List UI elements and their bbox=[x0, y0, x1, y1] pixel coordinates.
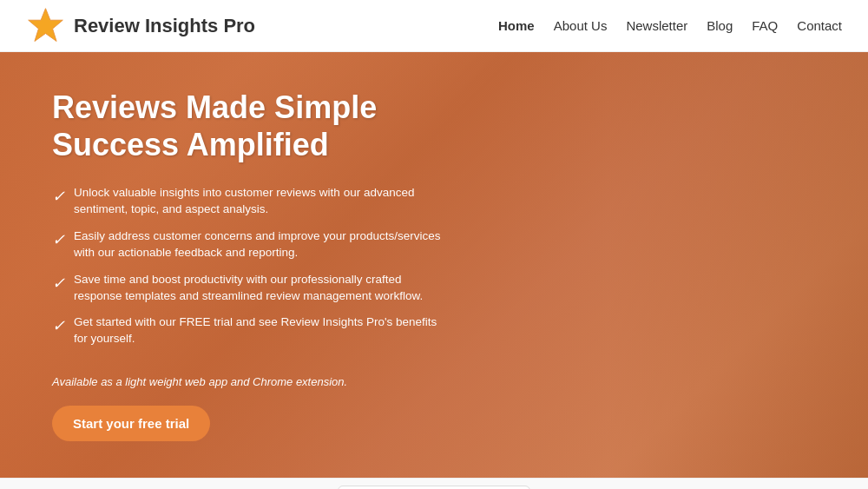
logo-text: Review Insights Pro bbox=[74, 15, 255, 37]
check-icon-3: ✓ bbox=[52, 273, 65, 294]
product-hunt-badge[interactable]: P FEATURED ON Product Hunt 63 bbox=[338, 486, 530, 489]
cta-button[interactable]: Start your free trial bbox=[52, 406, 210, 441]
hero-title: Reviews Made Simple Success Amplified bbox=[52, 89, 451, 163]
available-text: Available as a light weight web app and … bbox=[52, 375, 451, 388]
hero-content: Reviews Made Simple Success Amplified ✓ … bbox=[0, 52, 503, 478]
nav-about[interactable]: About Us bbox=[554, 18, 608, 33]
footer-badge-area: P FEATURED ON Product Hunt 63 bbox=[0, 478, 868, 489]
feature-text-3: Save time and boost productivity with ou… bbox=[74, 272, 451, 305]
feature-item: ✓ Unlock valuable insights into customer… bbox=[52, 185, 451, 218]
nav-home[interactable]: Home bbox=[498, 18, 535, 33]
nav-faq[interactable]: FAQ bbox=[752, 18, 778, 33]
logo-area: Review Insights Pro bbox=[26, 6, 255, 45]
feature-text-1: Unlock valuable insights into customer r… bbox=[74, 185, 451, 218]
header: Review Insights Pro Home About Us Newsle… bbox=[0, 0, 868, 52]
feature-item: ✓ Easily address customer concerns and i… bbox=[52, 228, 451, 261]
feature-item: ✓ Get started with our FREE trial and se… bbox=[52, 314, 451, 347]
nav-contact[interactable]: Contact bbox=[797, 18, 842, 33]
feature-text-4: Get started with our FREE trial and see … bbox=[74, 314, 451, 347]
svg-marker-0 bbox=[29, 9, 63, 42]
main-nav: Home About Us Newsletter Blog FAQ Contac… bbox=[498, 18, 842, 33]
check-icon-1: ✓ bbox=[52, 186, 65, 208]
feature-item: ✓ Save time and boost productivity with … bbox=[52, 272, 451, 305]
feature-text-2: Easily address customer concerns and imp… bbox=[74, 228, 451, 261]
logo-star-icon bbox=[26, 6, 65, 45]
nav-newsletter[interactable]: Newsletter bbox=[626, 18, 687, 33]
check-icon-2: ✓ bbox=[52, 229, 65, 251]
hero-section: Reviews Made Simple Success Amplified ✓ … bbox=[0, 52, 868, 478]
hero-features-list: ✓ Unlock valuable insights into customer… bbox=[52, 185, 451, 358]
nav-blog[interactable]: Blog bbox=[707, 18, 733, 33]
check-icon-4: ✓ bbox=[52, 315, 65, 337]
